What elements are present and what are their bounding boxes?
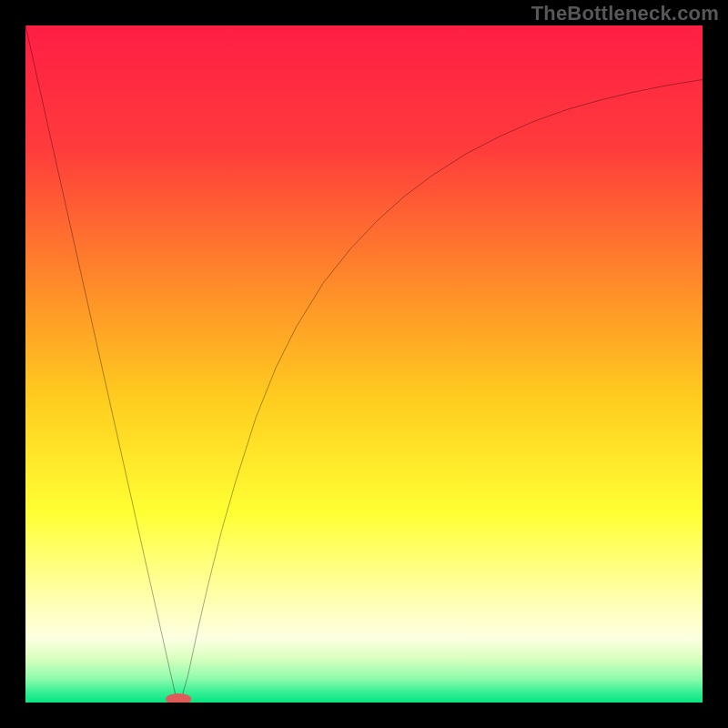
watermark-text: TheBottleneck.com [531, 2, 719, 25]
chart-frame: TheBottleneck.com [0, 0, 728, 728]
gradient-background [25, 25, 703, 703]
plot-area [25, 25, 703, 703]
bottleneck-chart [25, 25, 703, 703]
